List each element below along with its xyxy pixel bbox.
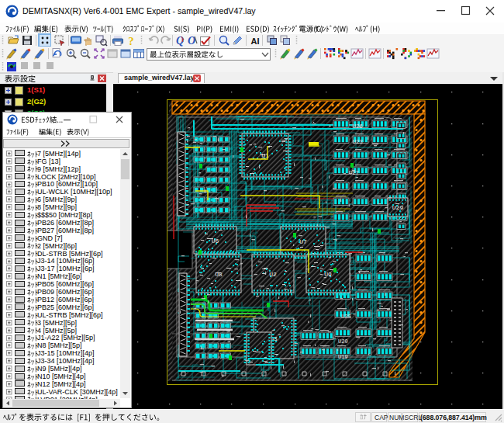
svg-text:U8: U8 [215, 271, 223, 278]
svg-text:U19: U19 [338, 354, 348, 360]
svg-text:U35: U35 [341, 314, 351, 320]
svg-text:U29: U29 [392, 204, 404, 211]
svg-text:AI: AI [251, 36, 260, 46]
svg-text:?: ? [128, 35, 134, 47]
svg-text:U9: U9 [324, 271, 332, 278]
svg-text:U23: U23 [353, 139, 363, 145]
svg-text:U2: U2 [269, 271, 277, 278]
svg-text:U6: U6 [212, 238, 219, 244]
svg-text:U20: U20 [338, 338, 348, 345]
svg-text:U7: U7 [299, 238, 307, 245]
